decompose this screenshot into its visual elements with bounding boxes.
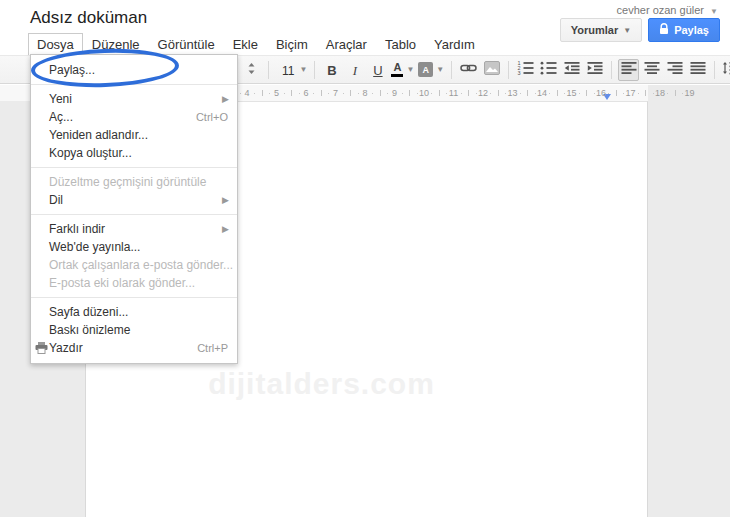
numbered-list-icon: 123 xyxy=(517,61,534,79)
share-button[interactable]: Paylaş xyxy=(648,18,720,42)
ruler-dot xyxy=(535,93,536,94)
submenu-arrow-icon: ▶ xyxy=(222,224,237,234)
ruler-dot xyxy=(358,93,359,94)
ruler-dot xyxy=(284,93,285,94)
file-menu-item[interactable]: Yeni▶ xyxy=(31,90,237,108)
menubar: DosyaDüzenleGörüntüleEkleBiçimAraçlarTab… xyxy=(28,33,484,55)
file-menu-item[interactable]: Baskı önizleme xyxy=(31,321,237,339)
file-menu-item[interactable]: Yeniden adlandır... xyxy=(31,126,237,144)
ruler-number: 7 xyxy=(333,88,338,98)
ruler-dot xyxy=(240,93,241,94)
menubar-item-düzenle[interactable]: Düzenle xyxy=(83,33,149,55)
ruler-dot xyxy=(387,93,388,94)
size-stepper[interactable] xyxy=(241,59,262,81)
ruler-dot xyxy=(476,93,477,94)
printer-icon xyxy=(35,342,48,357)
share-button-label: Paylaş xyxy=(674,24,709,36)
align-justify-button[interactable] xyxy=(687,59,708,81)
chevron-down-icon: ▼ xyxy=(623,26,631,35)
underline-icon: U xyxy=(373,61,382,79)
text-color-icon: A xyxy=(391,62,403,77)
bold-icon: B xyxy=(327,61,336,79)
align-center-button[interactable] xyxy=(641,59,662,81)
outdent-button[interactable] xyxy=(561,59,582,81)
file-menu-item[interactable]: Aç...Ctrl+O xyxy=(31,108,237,126)
file-menu-item[interactable]: Sayfa düzeni... xyxy=(31,303,237,321)
menu-item-label: Sayfa düzeni... xyxy=(49,305,237,319)
menubar-item-dosya[interactable]: Dosya xyxy=(28,33,83,55)
outdent-icon xyxy=(564,61,580,79)
font-size-select[interactable]: 11▼ xyxy=(275,59,308,81)
insert-image-button[interactable] xyxy=(481,59,502,81)
bulleted-list-icon xyxy=(540,61,557,79)
file-menu-item: Ortak çalışanlara e-posta gönder... xyxy=(31,256,237,274)
ruler-number: 19 xyxy=(684,88,694,98)
ruler-number: 5 xyxy=(274,88,279,98)
ruler-dot xyxy=(328,93,329,94)
watermark-text: dijitalders.com xyxy=(86,367,557,401)
svg-text:3: 3 xyxy=(518,70,521,75)
file-menu-item[interactable]: Dil▶ xyxy=(31,191,237,209)
italic-button[interactable]: I xyxy=(344,59,365,81)
ruler-dot xyxy=(653,93,654,94)
file-menu-item[interactable]: Paylaş... xyxy=(31,61,237,79)
chevron-down-icon: ▼ xyxy=(436,65,444,74)
menu-item-label: Kopya oluştur... xyxy=(49,146,237,160)
toolbar-separator xyxy=(451,61,452,79)
line-spacing-button[interactable]: ▼ xyxy=(721,59,730,81)
ruler-tick xyxy=(291,90,292,96)
menubar-item-görüntüle[interactable]: Görüntüle xyxy=(149,33,224,55)
ruler-dot xyxy=(417,93,418,94)
ruler-dot xyxy=(402,93,403,94)
italic-icon: I xyxy=(353,61,357,79)
ruler-dot xyxy=(682,93,683,94)
file-menu-item[interactable]: Web'de yayınla... xyxy=(31,238,237,256)
ruler-dot xyxy=(608,93,609,94)
toolbar-separator xyxy=(268,61,269,79)
ruler-tick xyxy=(616,90,617,96)
menubar-item-biçim[interactable]: Biçim xyxy=(267,33,317,55)
menu-separator xyxy=(31,214,237,215)
ruler-number: 6 xyxy=(303,88,308,98)
menubar-item-yardım[interactable]: Yardım xyxy=(425,33,484,55)
ruler-tick xyxy=(557,90,558,96)
ruler-number: 13 xyxy=(507,88,517,98)
bold-button[interactable]: B xyxy=(321,59,342,81)
ruler-tick xyxy=(321,90,322,96)
menu-item-shortcut: Ctrl+O xyxy=(196,111,237,123)
ruler-number: 12 xyxy=(478,88,488,98)
ruler-number: 17 xyxy=(625,88,635,98)
menubar-item-ekle[interactable]: Ekle xyxy=(224,33,267,55)
text-color-button[interactable]: A▼ xyxy=(390,59,415,81)
file-menu-item[interactable]: YazdırCtrl+P xyxy=(31,339,237,357)
highlight-color-button[interactable]: A▼ xyxy=(417,59,445,81)
account-menu[interactable]: cevher ozan güler ▼ xyxy=(617,4,718,16)
ruler-dot xyxy=(490,93,491,94)
align-right-button[interactable] xyxy=(664,59,685,81)
menu-item-label: Baskı önizleme xyxy=(49,323,237,337)
align-right-icon xyxy=(667,61,683,79)
ruler-dot xyxy=(461,93,462,94)
link-icon xyxy=(460,60,477,80)
menubar-item-araçlar[interactable]: Araçlar xyxy=(317,33,376,55)
lock-icon xyxy=(659,23,669,37)
underline-button[interactable]: U xyxy=(367,59,388,81)
comments-button[interactable]: Yorumlar ▼ xyxy=(560,18,642,42)
page-title[interactable]: Adsız doküman xyxy=(30,8,147,28)
menu-item-label: Paylaş... xyxy=(49,63,237,77)
ruler-number: 14 xyxy=(537,88,547,98)
bulleted-list-button[interactable] xyxy=(538,59,559,81)
file-menu-item[interactable]: Kopya oluştur... xyxy=(31,144,237,162)
chevron-down-icon: ▼ xyxy=(710,7,718,16)
menu-item-label: Ortak çalışanlara e-posta gönder... xyxy=(49,258,237,272)
indent-button[interactable] xyxy=(584,59,605,81)
menubar-item-tablo[interactable]: Tablo xyxy=(376,33,425,55)
align-left-button[interactable] xyxy=(618,59,639,81)
chevron-down-icon: ▼ xyxy=(299,65,307,74)
numbered-list-button[interactable]: 123 xyxy=(515,59,536,81)
ruler-number: 18 xyxy=(655,88,665,98)
ruler-dot xyxy=(431,93,432,94)
account-name: cevher ozan güler xyxy=(617,4,704,16)
file-menu-item[interactable]: Farklı indir▶ xyxy=(31,220,237,238)
insert-link-button[interactable] xyxy=(458,59,479,81)
